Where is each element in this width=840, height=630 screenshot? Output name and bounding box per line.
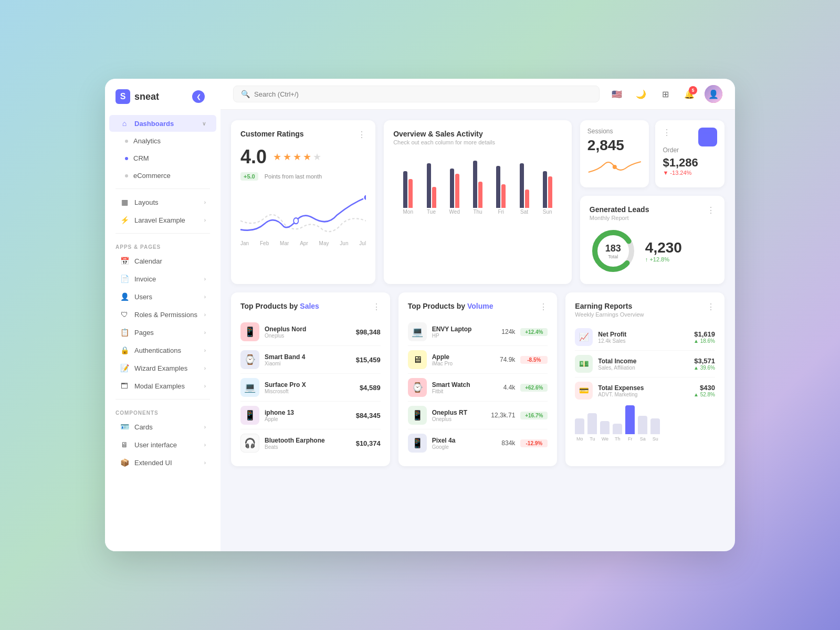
sidebar-item-calendar[interactable]: 📅 Calendar (109, 253, 216, 269)
product-price: $10,374 (356, 439, 381, 447)
card-menu-icon[interactable]: ⋮ (707, 302, 715, 312)
moon-icon: 🌙 (636, 89, 646, 99)
bar (613, 424, 622, 434)
product-thumb: 📱 (240, 322, 259, 341)
product-brand: Oneplus (432, 416, 486, 422)
sidebar-item-roles[interactable]: 🛡 Roles & Permissions › (109, 306, 216, 323)
card-menu-icon[interactable]: ⋮ (372, 302, 381, 312)
sidebar-item-label: Modal Examples (134, 382, 185, 390)
bar-day-label: Th (615, 436, 621, 442)
sidebar-item-analytics[interactable]: Analytics (109, 133, 216, 149)
sidebar-item-auth[interactable]: 🔒 Authentications › (109, 342, 216, 359)
product-name: Smart Band 4 (265, 353, 351, 361)
product-badge: +62.6% (520, 384, 548, 392)
product-thumb: 📱 (408, 406, 427, 425)
sidebar-item-pages[interactable]: 📋 Pages › (109, 324, 216, 341)
order-title: Order (663, 146, 717, 154)
card-menu-icon[interactable]: ⋮ (539, 302, 548, 312)
sidebar-item-label: Analytics (133, 137, 161, 145)
bar-group-fri: Fri (491, 155, 510, 215)
earning-info: Net Profit 12.4k Sales (598, 331, 688, 344)
sessions-value: 2,845 (587, 137, 642, 154)
sidebar-item-laravel[interactable]: ⚡ Laravel Example › (109, 212, 216, 228)
bar (650, 418, 660, 434)
sidebar-item-modal[interactable]: 🗔 Modal Examples › (109, 377, 216, 394)
product-thumb: 📱 (240, 406, 259, 425)
divider (116, 233, 210, 234)
svg-point-1 (364, 195, 366, 201)
bar-dark (450, 169, 454, 208)
sidebar: S sneat ❮ ⌂ Dashboards ∨ Analytics CRM e… (105, 79, 220, 551)
earning-row: 💵 Total Income Sales, Affiliation $3,571… (575, 351, 715, 377)
avatar[interactable]: 👤 (705, 85, 722, 103)
laravel-icon: ⚡ (120, 216, 129, 224)
card-menu-icon[interactable]: ⋮ (707, 205, 715, 215)
chart-label: Jun (340, 240, 348, 246)
modal-icon: 🗔 (120, 382, 129, 390)
divider (116, 399, 210, 400)
shield-icon: 🛡 (120, 310, 129, 319)
sidebar-item-cards[interactable]: 🪪 Cards › (109, 418, 216, 435)
sidebar-item-users[interactable]: 👤 Users › (109, 288, 216, 305)
sidebar-item-crm[interactable]: CRM (109, 150, 216, 166)
sidebar-item-layouts[interactable]: ▦ Layouts › (109, 194, 216, 211)
search-input[interactable] (254, 90, 592, 98)
product-info: Smart Watch Fitbit (432, 381, 489, 394)
product-name: Surface Pro X (265, 381, 354, 388)
product-brand: Fitbit (432, 388, 489, 394)
product-brand: iMac Pro (432, 361, 489, 366)
sidebar-item-ecommerce[interactable]: eCommerce (109, 167, 216, 184)
product-price: $84,345 (356, 412, 381, 419)
dark-mode-button[interactable]: 🌙 (632, 85, 650, 103)
notifications-button[interactable]: 🔔 5 (680, 85, 698, 103)
lock-icon: 🔒 (120, 346, 129, 354)
product-brand: Miscrosoft (265, 388, 354, 394)
sidebar-item-ui[interactable]: 🖥 User interface › (109, 436, 216, 453)
weekly-bar-we: We (600, 421, 610, 442)
header-actions: 🇺🇸 🌙 ⊞ 🔔 5 👤 (608, 85, 722, 103)
product-name: Bluetooth Earphone (265, 437, 351, 444)
sidebar-item-dashboards[interactable]: ⌂ Dashboards ∨ (109, 115, 216, 132)
overview-title: Overview & Sales Activity (393, 130, 495, 138)
card-menu-icon[interactable]: ⋮ (358, 130, 366, 140)
dashboard: Customer Ratings ⋮ 4.0 ★ ★ ★ ★ ★ (220, 110, 735, 551)
bar (600, 421, 610, 434)
product-volume: 834k (494, 439, 515, 447)
bar-label: Wed (449, 209, 460, 215)
overview-bar-chart: Mon Tue (393, 152, 562, 215)
leads-count: 4,230 (645, 239, 682, 256)
grid-button[interactable]: ⊞ (656, 85, 674, 103)
chart-label: Jan (240, 240, 249, 246)
bar-label: Sun (543, 209, 552, 215)
section-label-apps: APPS & PAGES (105, 238, 220, 252)
search-bar[interactable]: 🔍 (233, 86, 600, 102)
order-card: ⋮ Order $1,286 ▼ -13.24% (655, 120, 724, 187)
bar-group-sat: Sat (514, 155, 533, 215)
card-menu-icon[interactable]: ⋮ (663, 128, 671, 138)
product-info: Bluetooth Earphone Beats (265, 437, 351, 450)
chevron-right-icon: › (204, 424, 206, 430)
sidebar-item-label: Authentications (134, 346, 181, 354)
product-row: 📱 Oneplus Nord Oneplus $98,348 (240, 318, 381, 346)
sidebar-item-wizard[interactable]: 📝 Wizard Examples › (109, 360, 216, 376)
sidebar-item-label: Roles & Permissions (134, 311, 197, 319)
product-badge: -12.9% (520, 439, 548, 447)
sidebar-item-extended[interactable]: 📦 Extended UI › (109, 454, 216, 471)
product-brand: HP (432, 333, 489, 339)
product-name: Oneplus RT (432, 409, 486, 416)
bar-group-mon: Mon (398, 155, 417, 215)
flag-button[interactable]: 🇺🇸 (608, 85, 626, 103)
product-info: Pixel 4a Google (432, 437, 489, 450)
sidebar-item-invoice[interactable]: 📄 Invoice › (109, 270, 216, 287)
earning-item-title: Net Profit (598, 331, 688, 338)
bar-label: Mon (403, 209, 413, 215)
product-name: iphone 13 (265, 409, 351, 416)
product-name: Smart Watch (432, 381, 489, 388)
order-icon (698, 128, 717, 146)
bar (625, 405, 635, 434)
weekly-bar-th: Th (613, 424, 622, 442)
bar (587, 413, 597, 434)
sidebar-collapse-button[interactable]: ❮ (192, 90, 205, 103)
chevron-right-icon: › (204, 312, 206, 318)
weekly-bar-chart: Mo Tu We Th (575, 410, 715, 442)
